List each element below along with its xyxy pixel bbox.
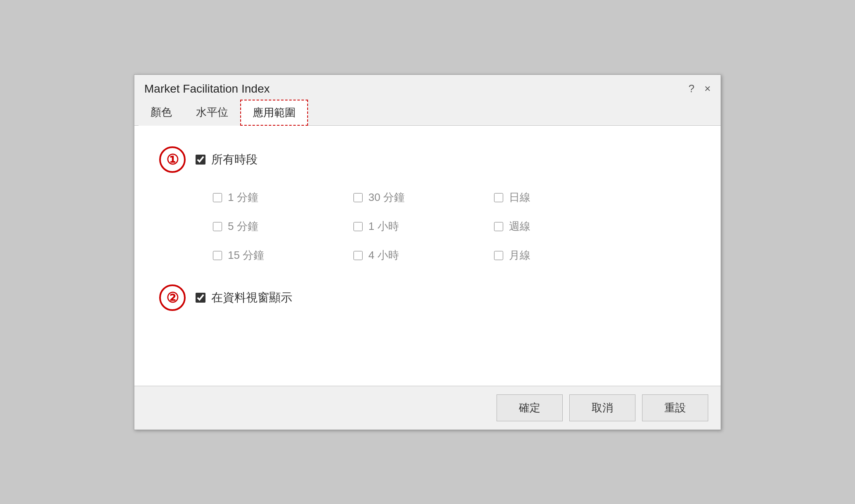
timeframe-week: 週線 bbox=[494, 214, 602, 239]
tab-level[interactable]: 水平位 bbox=[184, 100, 240, 126]
dialog-title: Market Facilitation Index bbox=[144, 82, 270, 96]
content-area: ① 所有時段 1 分鐘 30 分鐘 日線 5 bbox=[134, 126, 721, 386]
section1-row: ① 所有時段 bbox=[159, 146, 696, 173]
timeframe-1hr: 1 小時 bbox=[353, 214, 494, 239]
badge-2: ② bbox=[159, 284, 186, 311]
title-bar: Market Facilitation Index ? × bbox=[134, 75, 721, 100]
title-controls: ? × bbox=[688, 82, 711, 95]
all-periods-label[interactable]: 所有時段 bbox=[196, 152, 258, 167]
checkbox-4hr[interactable] bbox=[353, 251, 363, 260]
data-window-checkbox[interactable] bbox=[196, 293, 205, 303]
timeframe-4hr: 4 小時 bbox=[353, 243, 494, 268]
section2-row: ② 在資料視窗顯示 bbox=[159, 284, 696, 311]
cancel-button[interactable]: 取消 bbox=[569, 394, 635, 421]
tab-color[interactable]: 顏色 bbox=[139, 100, 184, 126]
checkbox-month[interactable] bbox=[494, 251, 503, 260]
confirm-button[interactable]: 確定 bbox=[497, 394, 563, 421]
checkbox-5min[interactable] bbox=[213, 222, 222, 231]
timeframe-day: 日線 bbox=[494, 185, 602, 210]
timeframe-1min: 1 分鐘 bbox=[213, 185, 353, 210]
checkbox-1hr[interactable] bbox=[353, 222, 363, 231]
all-periods-checkbox[interactable] bbox=[196, 155, 205, 165]
reset-button[interactable]: 重設 bbox=[642, 394, 708, 421]
timeframe-month: 月線 bbox=[494, 243, 602, 268]
footer: 確定 取消 重設 bbox=[134, 386, 721, 430]
checkbox-day[interactable] bbox=[494, 193, 503, 202]
checkbox-15min[interactable] bbox=[213, 251, 222, 260]
timeframes-grid: 1 分鐘 30 分鐘 日線 5 分鐘 1 小時 週線 bbox=[213, 185, 696, 268]
close-button[interactable]: × bbox=[705, 82, 711, 95]
checkbox-30min[interactable] bbox=[353, 193, 363, 202]
checkbox-week[interactable] bbox=[494, 222, 503, 231]
timeframe-5min: 5 分鐘 bbox=[213, 214, 353, 239]
dialog-window: Market Facilitation Index ? × 顏色 水平位 應用範… bbox=[134, 74, 721, 430]
checkbox-1min[interactable] bbox=[213, 193, 222, 202]
tab-apply-range[interactable]: 應用範圍 bbox=[240, 100, 308, 126]
badge-1: ① bbox=[159, 146, 186, 173]
help-button[interactable]: ? bbox=[688, 82, 694, 95]
timeframe-30min: 30 分鐘 bbox=[353, 185, 494, 210]
data-window-label[interactable]: 在資料視窗顯示 bbox=[196, 290, 292, 306]
timeframe-15min: 15 分鐘 bbox=[213, 243, 353, 268]
tab-bar: 顏色 水平位 應用範圍 bbox=[134, 100, 721, 126]
